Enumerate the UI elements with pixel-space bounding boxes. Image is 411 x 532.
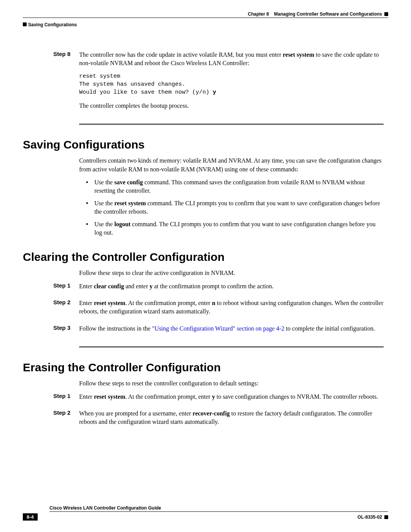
doc-id: OL-8335-02 (357, 514, 382, 520)
erasing-step-1: Step 1 Enter reset system. At the confir… (53, 393, 384, 406)
running-header: Chapter 8 Managing Controller Software a… (23, 11, 388, 17)
saving-bullets: Use the save config command. This comman… (86, 178, 384, 237)
step-label: Step 3 (53, 324, 79, 337)
step8-para2: The controller completes the bootup proc… (79, 102, 384, 110)
chapter-label: Chapter 8 (248, 11, 269, 17)
end-of-step-rule (79, 124, 384, 125)
saving-intro: Controllers contain two kinds of memory:… (79, 157, 384, 174)
footer-marker-icon (384, 515, 388, 519)
bullet-reset-system: Use the reset system command. The CLI pr… (86, 199, 384, 216)
clearing-step-1: Step 1 Enter clear config and enter y at… (53, 282, 384, 295)
page-footer: Cisco Wireless LAN Controller Configurat… (23, 505, 388, 521)
clearing-intro: Follow these steps to clear the active c… (79, 269, 384, 277)
footer-book-title: Cisco Wireless LAN Controller Configurat… (49, 505, 388, 511)
step-label: Step 8 (53, 51, 79, 115)
step-8: Step 8 The controller now has the code u… (53, 51, 384, 115)
config-wizard-link[interactable]: "Using the Configuration Wizard" section… (152, 325, 285, 332)
bullet-save-config: Use the save config command. This comman… (86, 178, 384, 195)
step-label: Step 2 (53, 299, 79, 321)
erasing-step-2: Step 2 When you are prompted for a usern… (53, 409, 384, 431)
header-rule (23, 18, 388, 18)
footer-rule (49, 511, 388, 512)
step8-para1: The controller now has the code update i… (79, 51, 384, 68)
chapter-title: Managing Controller Software and Configu… (274, 11, 382, 17)
section-marker-label: Saving Configurations (28, 22, 77, 27)
end-of-step-rule-2 (79, 347, 384, 347)
page-number: 8-4 (23, 513, 38, 521)
erasing-intro: Follow these steps to reset the controll… (79, 379, 384, 388)
section-marker-icon (23, 22, 27, 26)
step-label: Step 1 (53, 282, 79, 295)
step-label: Step 2 (53, 409, 79, 431)
header-marker-icon (384, 12, 388, 16)
clearing-step-3: Step 3 Follow the instructions in the "U… (53, 324, 384, 337)
heading-clearing-configuration: Clearing the Controller Configuration (23, 251, 384, 264)
heading-saving-configurations: Saving Configurations (23, 138, 384, 151)
reset-system-cmd: reset system (283, 51, 314, 58)
step-label: Step 1 (53, 393, 79, 406)
clearing-step-2: Step 2 Enter reset system. At the confir… (53, 299, 384, 321)
heading-erasing-configuration: Erasing the Controller Configuration (23, 361, 384, 374)
step8-code: reset system The system has unsaved chan… (79, 72, 384, 96)
bullet-logout: Use the logout command. The CLI prompts … (86, 220, 384, 237)
